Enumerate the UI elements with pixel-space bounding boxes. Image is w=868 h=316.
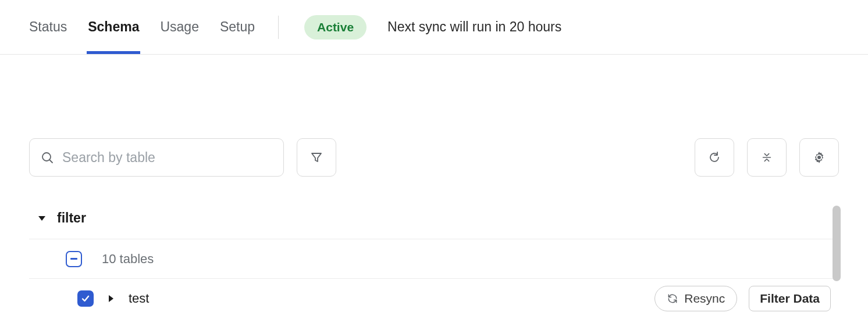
refresh-icon — [707, 150, 721, 164]
divider — [278, 16, 279, 39]
svg-point-3 — [817, 156, 821, 159]
tab-schema[interactable]: Schema — [88, 0, 139, 54]
table-row: test Resync Filter Data — [29, 279, 839, 316]
caret-right-icon[interactable] — [108, 295, 115, 303]
row-actions: Resync Filter Data — [654, 286, 831, 311]
toolbar — [0, 138, 868, 177]
funnel-icon — [310, 150, 323, 164]
schema-name: filter — [57, 210, 86, 226]
svg-marker-4 — [38, 216, 45, 221]
collapse-button[interactable] — [747, 138, 787, 177]
tab-bar: Status Schema Usage Setup Active Next sy… — [0, 0, 868, 55]
search-box[interactable] — [29, 138, 284, 177]
resync-button[interactable]: Resync — [654, 286, 737, 311]
status-badge: Active — [304, 15, 367, 40]
schema-list: filter 10 tables test Resyn — [29, 206, 839, 316]
table-count-label: 10 tables — [102, 252, 154, 267]
table-checkbox[interactable] — [77, 290, 94, 307]
caret-down-icon — [37, 215, 47, 222]
filter-data-label: Filter Data — [760, 292, 820, 306]
tab-usage[interactable]: Usage — [160, 0, 198, 54]
collapse-icon — [760, 151, 773, 164]
search-input[interactable] — [62, 150, 273, 166]
tab-setup[interactable]: Setup — [220, 0, 255, 54]
table-name: test — [129, 291, 149, 306]
filter-data-button[interactable]: Filter Data — [749, 286, 831, 311]
schema-header[interactable]: filter — [29, 206, 839, 239]
select-all-checkbox[interactable] — [66, 251, 82, 267]
gear-icon — [812, 150, 826, 164]
scrollbar[interactable] — [833, 206, 841, 281]
next-sync-text: Next sync will run in 20 hours — [387, 19, 561, 35]
settings-button[interactable] — [799, 138, 839, 177]
table-count-row: 10 tables — [29, 239, 839, 279]
resync-label: Resync — [684, 292, 725, 306]
sync-icon — [667, 293, 678, 304]
refresh-button[interactable] — [695, 138, 734, 177]
tab-status[interactable]: Status — [29, 0, 67, 54]
svg-line-1 — [50, 160, 53, 163]
svg-marker-5 — [109, 295, 113, 302]
filter-button[interactable] — [297, 138, 336, 177]
search-icon — [40, 150, 54, 164]
